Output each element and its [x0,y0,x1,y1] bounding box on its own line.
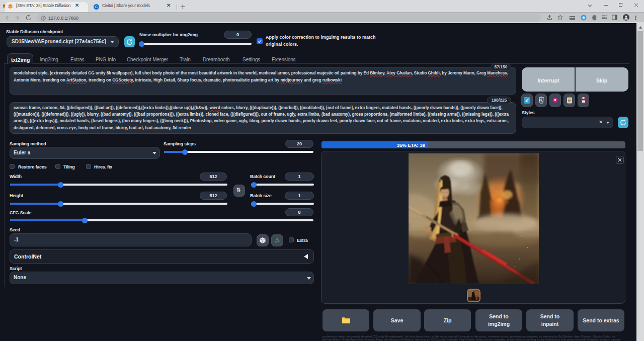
svg-text:C: C [95,5,98,9]
